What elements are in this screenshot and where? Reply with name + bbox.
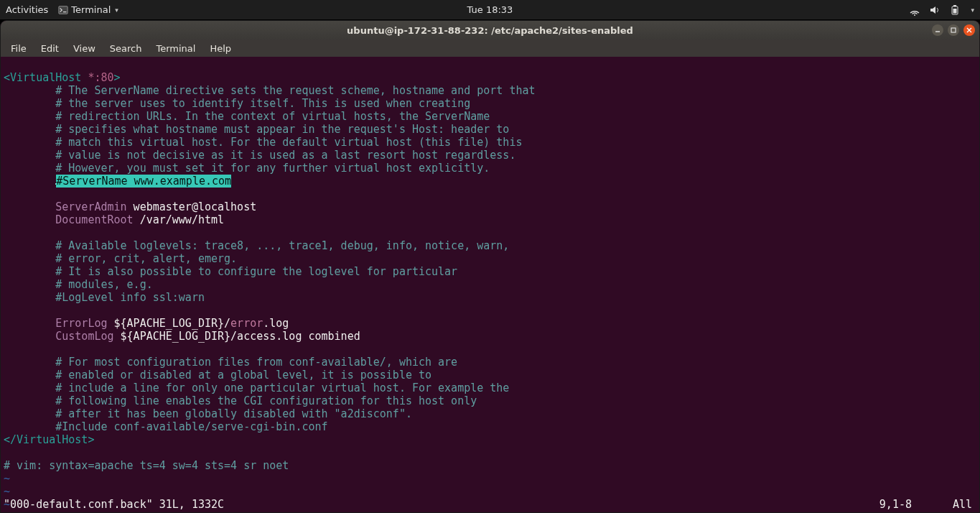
customlog-val: ${APACHE_LOG_DIR}/access.log combined [114, 330, 360, 343]
menu-terminal[interactable]: Terminal [149, 42, 202, 55]
documentroot-kw: DocumentRoot [55, 213, 133, 226]
comment-line: # match this virtual host. For the defau… [4, 136, 522, 149]
comment-line: # redirection URLs. In the context of vi… [4, 110, 490, 123]
window-maximize-button[interactable] [948, 24, 959, 36]
errorlog-v1: ${APACHE_LOG_DIR}/ [108, 317, 231, 330]
comment-line: # However, you must set it for any furth… [4, 162, 490, 175]
serveradmin-val: webmaster@localhost [127, 200, 257, 213]
comment-line: # after it has been globally disabled wi… [4, 407, 412, 420]
errorlog-kw: ErrorLog [55, 317, 107, 330]
menu-file[interactable]: File [4, 42, 34, 55]
comment-line: # the server uses to identify itself. Th… [4, 97, 470, 110]
comment-line: # It is also possible to configure the l… [4, 265, 457, 278]
comment-line: # value is not decisive as it is used as… [4, 149, 515, 162]
window-close-button[interactable] [963, 24, 975, 36]
documentroot-val: /var/www/html [134, 213, 224, 226]
terminal-body[interactable]: <VirtualHost *:80> # The ServerName dire… [1, 57, 979, 512]
comment-line: # modules, e.g. [4, 278, 153, 291]
svg-rect-4 [953, 9, 957, 14]
terminal-menubar: File Edit View Search Terminal Help [1, 40, 979, 57]
appmenu-label: Terminal [71, 4, 111, 15]
menu-edit[interactable]: Edit [34, 42, 66, 55]
customlog-kw: CustomLog [55, 330, 113, 343]
vhost-open-tag: <VirtualHost [4, 71, 81, 84]
terminal-icon [58, 5, 68, 15]
comment-line: # Available loglevels: trace8, ..., trac… [4, 239, 509, 252]
vim-tilde: ~ [4, 485, 10, 498]
battery-icon[interactable] [949, 4, 961, 16]
comment-line: # enabled or disabled at a global level,… [4, 369, 431, 382]
svg-rect-5 [951, 28, 956, 32]
comment-line: #LogLevel info ssl:warn [4, 291, 205, 304]
system-menu-chevron-icon[interactable]: ▾ [971, 6, 974, 14]
vim-status-pct: All [912, 498, 976, 511]
servername-selection: #ServerName www.example.com [56, 175, 231, 188]
vim-statusline: "000-default.conf.back" 31L, 1332C 9,1-8… [4, 498, 976, 511]
window-minimize-button[interactable] [932, 24, 943, 36]
comment-line: # error, crit, alert, emerg. [4, 252, 237, 265]
vim-status-pos: 9,1-8 [879, 498, 912, 511]
svg-rect-3 [953, 5, 956, 6]
comment-line: # following line enables the CGI configu… [4, 394, 477, 407]
errorlog-err: error [230, 317, 263, 330]
appmenu-button[interactable]: Terminal ▾ [58, 4, 118, 15]
vim-tilde: ~ [4, 472, 10, 485]
window-title: ubuntu@ip-172-31-88-232: /etc/apache2/si… [347, 25, 633, 36]
svg-rect-0 [59, 6, 67, 14]
vhost-arg: *:80 [88, 71, 113, 84]
vim-status-file: "000-default.conf.back" 31L, 1332C [4, 498, 879, 511]
errorlog-v3: .log [263, 317, 289, 330]
sel-indent [4, 175, 55, 188]
comment-line: # vim: syntax=apache ts=4 sw=4 sts=4 sr … [4, 459, 289, 472]
comment-line: # specifies what hostname must appear in… [4, 123, 509, 136]
menu-search[interactable]: Search [103, 42, 149, 55]
window-titlebar[interactable]: ubuntu@ip-172-31-88-232: /etc/apache2/si… [1, 21, 979, 40]
serveradmin-kw: ServerAdmin [55, 200, 126, 213]
chevron-down-icon: ▾ [115, 6, 118, 14]
comment-line: # For most configuration files from conf… [4, 356, 457, 369]
comment-line: # include a line for only one particular… [4, 382, 509, 394]
comment-line: # The ServerName directive sets the requ… [4, 84, 536, 97]
svg-point-1 [914, 14, 915, 16]
vhost-open-close: > [114, 71, 121, 84]
volume-icon[interactable] [929, 4, 941, 16]
network-icon[interactable] [909, 4, 920, 16]
menu-view[interactable]: View [66, 42, 103, 55]
gnome-topbar: Activities Terminal ▾ Tue 18:33 ▾ [0, 0, 980, 19]
vhost-close-tag: </VirtualHost> [4, 433, 94, 446]
menu-help[interactable]: Help [202, 42, 238, 55]
comment-line: #Include conf-available/serve-cgi-bin.co… [4, 420, 328, 433]
clock-label[interactable]: Tue 18:33 [467, 4, 513, 15]
activities-button[interactable]: Activities [6, 4, 48, 15]
activities-label: Activities [6, 4, 48, 15]
terminal-window: ubuntu@ip-172-31-88-232: /etc/apache2/si… [1, 21, 979, 512]
